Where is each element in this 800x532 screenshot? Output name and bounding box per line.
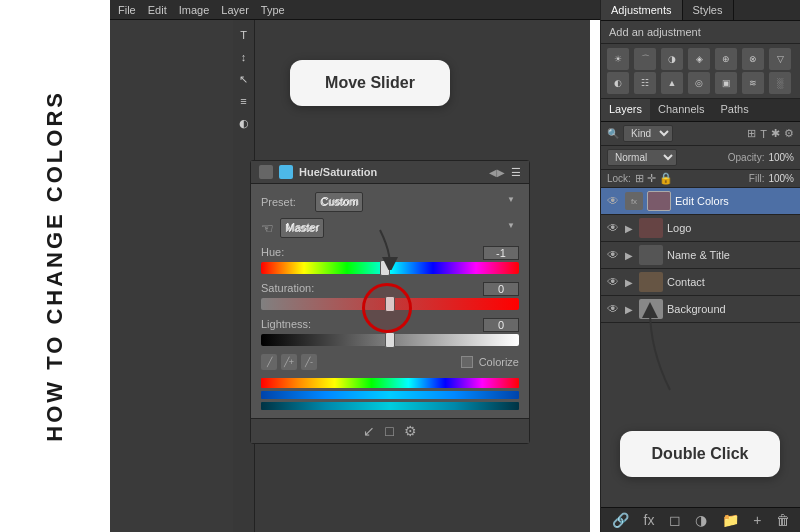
adj-exposure[interactable]: ◑ xyxy=(661,48,683,70)
menu-item-layer[interactable]: Layer xyxy=(221,4,249,16)
layer-item-edit-colors[interactable]: 👁 fx Edit Colors xyxy=(601,188,800,215)
toolbar-icon-4[interactable]: ⚙ xyxy=(784,127,794,140)
light-value: 0 xyxy=(483,318,519,332)
tab-channels[interactable]: Channels xyxy=(650,99,712,121)
master-row: ☜ Master Master xyxy=(261,218,519,238)
adj-gradient[interactable]: ░ xyxy=(769,72,791,94)
hue-thumb[interactable] xyxy=(380,260,390,276)
colorize-row: ╱ ╱+ ╱- Colorize xyxy=(261,354,519,370)
callout-double-click-text: Double Click xyxy=(652,445,749,462)
expand-icon-3[interactable]: ▶ xyxy=(625,277,635,288)
eyedropper-icon-2[interactable]: ╱+ xyxy=(281,354,297,370)
layers-footer: 🔗 fx ◻ ◑ 📁 + 🗑 xyxy=(601,507,800,532)
light-track[interactable] xyxy=(261,334,519,346)
eyedropper-icon-3[interactable]: ╱- xyxy=(301,354,317,370)
preset-row: Preset: Custom Custom xyxy=(261,192,519,212)
color-bars xyxy=(261,378,519,410)
footer-adj-icon[interactable]: ◑ xyxy=(695,512,707,528)
light-label: Lightness: xyxy=(261,318,311,332)
layer-item-name-title[interactable]: 👁 ▶ Name & Title xyxy=(601,242,800,269)
footer-delete-icon[interactable]: 🗑 xyxy=(776,512,790,528)
adj-colorbal[interactable]: ⊗ xyxy=(742,48,764,70)
tab-layers[interactable]: Layers xyxy=(601,99,650,121)
lock-move-icon[interactable]: ✛ xyxy=(647,172,656,185)
panel-arrows[interactable]: ◀▶ xyxy=(489,167,505,178)
layer-item-contact[interactable]: 👁 ▶ Contact xyxy=(601,269,800,296)
adj-poster[interactable]: ▣ xyxy=(715,72,737,94)
kind-select[interactable]: Kind xyxy=(623,125,673,142)
layer-thumb-2 xyxy=(639,245,663,265)
adj-levels[interactable]: ▲ xyxy=(661,72,683,94)
color-bar-blue xyxy=(261,391,519,399)
tab-paths[interactable]: Paths xyxy=(713,99,757,121)
menu-item-edit[interactable]: Edit xyxy=(148,4,167,16)
menu-item-file[interactable]: File xyxy=(118,4,136,16)
eye-icon-2[interactable]: 👁 xyxy=(607,248,621,262)
panel-title: Hue/Saturation xyxy=(299,166,483,178)
lock-all-icon[interactable]: 🔒 xyxy=(659,172,673,185)
sat-label: Saturation: xyxy=(261,282,314,296)
toolbar-icon-1[interactable]: ⊞ xyxy=(747,127,756,140)
menu-item-image[interactable]: Image xyxy=(179,4,210,16)
tool-text2[interactable]: T xyxy=(235,26,253,44)
eye-icon-3[interactable]: 👁 xyxy=(607,275,621,289)
hue-slider-row: Hue: -1 xyxy=(261,246,519,274)
layers-header: Layers Channels Paths xyxy=(601,99,800,122)
adj-curves[interactable]: ⌒ xyxy=(634,48,656,70)
lock-pixel-icon[interactable]: ⊞ xyxy=(635,172,644,185)
preset-select[interactable]: Custom xyxy=(315,192,363,212)
menu-item-type[interactable]: Type xyxy=(261,4,285,16)
adj-vibrance[interactable]: ◈ xyxy=(688,48,710,70)
adj-threshold[interactable]: ≋ xyxy=(742,72,764,94)
eye-icon-1[interactable]: 👁 xyxy=(607,221,621,235)
colorize-checkbox[interactable] xyxy=(461,356,473,368)
tool-hand[interactable]: ↕ xyxy=(235,48,253,66)
footer-fx-icon[interactable]: fx xyxy=(644,512,655,528)
panel-menu-icon[interactable]: ☰ xyxy=(511,166,521,179)
layer-item-background[interactable]: 👁 ▶ Background xyxy=(601,296,800,323)
tab-styles[interactable]: Styles xyxy=(683,0,734,20)
hand-icon: ☜ xyxy=(261,220,274,236)
expand-icon-2[interactable]: ▶ xyxy=(625,250,635,261)
adj-photofilter[interactable]: ◐ xyxy=(607,72,629,94)
toolbar-icon-3[interactable]: ✱ xyxy=(771,127,780,140)
expand-icon-1[interactable]: ▶ xyxy=(625,223,635,234)
adj-bw[interactable]: ▽ xyxy=(769,48,791,70)
footer-link-icon[interactable]: 🔗 xyxy=(612,512,629,528)
adj-brightness[interactable]: ☀ xyxy=(607,48,629,70)
hue-track[interactable] xyxy=(261,262,519,274)
tool-layers[interactable]: ≡ xyxy=(235,92,253,110)
tab-adjustments[interactable]: Adjustments xyxy=(601,0,683,20)
tool-arrow[interactable]: ↖ xyxy=(235,70,253,88)
master-select[interactable]: Master xyxy=(280,218,324,238)
panel-color-icon xyxy=(279,165,293,179)
panel-footer: ↙ □ ⚙ xyxy=(251,418,529,443)
footer-add-icon[interactable]: + xyxy=(753,512,761,528)
adj-huesat[interactable]: ⊕ xyxy=(715,48,737,70)
footer-icon-3[interactable]: ⚙ xyxy=(404,423,417,439)
eye-icon-4[interactable]: 👁 xyxy=(607,302,621,316)
toolbar-icon-2[interactable]: T xyxy=(760,128,767,140)
light-thumb[interactable] xyxy=(385,332,395,348)
panel-icon xyxy=(259,165,273,179)
right-tabs: Adjustments Styles xyxy=(601,0,800,21)
layer-name-1: Logo xyxy=(667,222,794,234)
blend-select[interactable]: Normal xyxy=(607,149,677,166)
adj-icons-grid: ☀ ⌒ ◑ ◈ ⊕ ⊗ ▽ ◐ ☷ ▲ ◎ ▣ ≋ ░ xyxy=(601,44,800,99)
adj-channel[interactable]: ☷ xyxy=(634,72,656,94)
layer-item-logo[interactable]: 👁 ▶ Logo xyxy=(601,215,800,242)
callout-move-slider-text: Move Slider xyxy=(325,74,415,91)
footer-folder-icon[interactable]: 📁 xyxy=(722,512,739,528)
eyedropper-icon-1[interactable]: ╱ xyxy=(261,354,277,370)
layer-fx-icon-0: fx xyxy=(625,192,643,210)
footer-icon-2[interactable]: □ xyxy=(385,423,393,439)
layers-toolbar: 🔍 Kind ⊞ T ✱ ⚙ xyxy=(601,122,800,146)
adj-invert[interactable]: ◎ xyxy=(688,72,710,94)
layer-name-2: Name & Title xyxy=(667,249,794,261)
footer-icon-1[interactable]: ↙ xyxy=(363,423,375,439)
hue-label-row: Hue: -1 xyxy=(261,246,519,260)
eye-icon-0[interactable]: 👁 xyxy=(607,194,621,208)
footer-mask-icon[interactable]: ◻ xyxy=(669,512,681,528)
tool-adjust[interactable]: ◐ xyxy=(235,114,253,132)
expand-icon-4[interactable]: ▶ xyxy=(625,304,635,315)
